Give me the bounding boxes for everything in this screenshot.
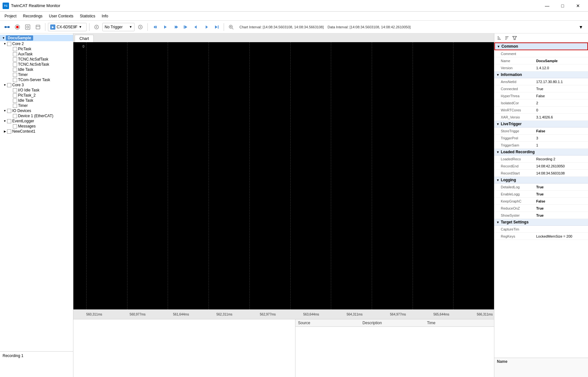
- io-devices-checkbox[interactable]: [7, 109, 11, 113]
- step-forward-button[interactable]: [202, 23, 211, 32]
- x-label-10: 566,311ms: [477, 313, 492, 316]
- section-information-header[interactable]: ▼ Information: [494, 71, 588, 78]
- play-button[interactable]: [161, 23, 170, 32]
- properties-container[interactable]: ▼ Common Comment Name DocuSample Version…: [494, 42, 588, 358]
- menu-recordings[interactable]: Recordings: [20, 13, 46, 20]
- prop-detailedlog-name: DetailedLog: [501, 185, 536, 189]
- section-livetrigger-header[interactable]: ▼ LiveTrigger: [494, 121, 588, 127]
- trigger-next-button[interactable]: [136, 23, 145, 32]
- plctask-label: PlcTask: [18, 47, 31, 51]
- menu-info[interactable]: Info: [98, 13, 111, 20]
- zoom-button[interactable]: [227, 23, 236, 32]
- menu-project[interactable]: Project: [1, 13, 20, 20]
- auxtask-checkbox[interactable]: [13, 52, 17, 56]
- prop-showsyster: ShowSyster True: [494, 212, 588, 219]
- prop-regkeys-value: LockedMemSize = 200: [536, 234, 586, 238]
- tree-root[interactable]: ▼ DocuSample: [0, 35, 73, 41]
- bottom-table-header: Source Description Time: [295, 319, 494, 327]
- core3-expand-icon[interactable]: ▼: [3, 83, 7, 87]
- tree-node-plctask2[interactable]: PlcTask_2: [0, 93, 73, 98]
- tree-node-auxtask[interactable]: AuxTask: [0, 52, 73, 57]
- dropdown-arrow-button[interactable]: ▼: [576, 23, 585, 32]
- plctask2-checkbox[interactable]: [13, 93, 17, 98]
- tree-node-tcnc-ncsaf[interactable]: TCNC.NcSafTask: [0, 57, 73, 62]
- tcnc-ncsvb-checkbox[interactable]: [13, 62, 17, 67]
- tree-node-plctask[interactable]: PlcTask: [0, 46, 73, 52]
- x-label-1: 560,311ms: [86, 313, 102, 316]
- tree-node-idle2[interactable]: Idle Task: [0, 98, 73, 103]
- section-logging-header[interactable]: ▼ Logging: [494, 177, 588, 184]
- tree-node-core2[interactable]: ▼ Core 2: [0, 41, 73, 46]
- close-button[interactable]: ✕: [571, 1, 585, 11]
- svg-line-23: [232, 28, 233, 29]
- chart-tab[interactable]: Chart: [75, 35, 94, 42]
- svg-marker-19: [206, 25, 208, 29]
- tree-node-timer1[interactable]: Timer: [0, 72, 73, 77]
- tree-node-device1[interactable]: Device 1 (EtherCAT): [0, 113, 73, 118]
- record-button[interactable]: [13, 23, 22, 32]
- trigger-prev-button[interactable]: [92, 23, 101, 32]
- core2-checkbox[interactable]: [7, 42, 11, 46]
- timer1-checkbox[interactable]: [13, 73, 17, 77]
- skip-start-button[interactable]: [181, 23, 190, 32]
- right-bottom-name-label: Name: [497, 359, 508, 364]
- eventlogger-checkbox[interactable]: [7, 119, 11, 123]
- io-idle-checkbox[interactable]: [13, 88, 17, 92]
- tcom-label: TCom-Server Task: [18, 78, 50, 82]
- play-prev-button[interactable]: [150, 23, 159, 32]
- step-back-button[interactable]: [191, 23, 201, 32]
- io-devices-label: IO Devices: [12, 108, 31, 113]
- device-selector[interactable]: ▶ CX-6D5E9F ▼: [48, 23, 87, 31]
- sort-asc-button[interactable]: [496, 34, 503, 42]
- core2-expand-icon[interactable]: ▼: [3, 42, 7, 46]
- idle2-checkbox[interactable]: [13, 99, 17, 103]
- tree-node-io-devices[interactable]: ▼ IO Devices: [0, 108, 73, 113]
- newcontext1-checkbox[interactable]: [7, 129, 11, 134]
- tree-node-messages[interactable]: Messages: [0, 124, 73, 129]
- prop-version: Version 1.4.12.0: [494, 64, 588, 71]
- tcom-checkbox[interactable]: [13, 78, 17, 82]
- section-common-header[interactable]: ▼ Common: [494, 42, 588, 50]
- menu-user-contexts[interactable]: User Contexts: [46, 13, 77, 20]
- connect-button[interactable]: [3, 23, 12, 32]
- idle1-checkbox[interactable]: [13, 68, 17, 72]
- sort-desc-button[interactable]: [503, 34, 510, 42]
- menu-statistics[interactable]: Statistics: [77, 13, 98, 20]
- prop-enablelogg: EnableLogg True: [494, 191, 588, 198]
- tree-node-tcom[interactable]: TCom-Server Task: [0, 77, 73, 82]
- plctask-checkbox[interactable]: [13, 47, 17, 51]
- tree-node-newcontext1[interactable]: ▶ NewContext1: [0, 129, 73, 134]
- grid-line-2: [127, 42, 127, 309]
- filter-button[interactable]: [511, 34, 518, 42]
- root-expand-icon[interactable]: ▼: [1, 36, 6, 40]
- save-button[interactable]: [23, 23, 32, 32]
- prop-winrtcores-value: 0: [536, 108, 586, 112]
- svg-marker-13: [164, 25, 167, 29]
- tree-node-eventlogger[interactable]: ▼ EventLogger: [0, 118, 73, 124]
- common-chevron-icon: ▼: [497, 45, 500, 48]
- timer2-checkbox[interactable]: [13, 104, 17, 108]
- skip-end-button[interactable]: [212, 23, 221, 32]
- tree-node-tcnc-ncsvb[interactable]: TCNC.NcSvbTask: [0, 62, 73, 67]
- maximize-button[interactable]: □: [555, 1, 570, 11]
- section-target-settings-header[interactable]: ▼ Target Settings: [494, 219, 588, 226]
- settings-button[interactable]: [33, 23, 42, 32]
- newcontext1-expand-icon[interactable]: ▶: [3, 129, 7, 134]
- core3-checkbox[interactable]: [7, 83, 11, 87]
- tree-node-timer2[interactable]: Timer: [0, 103, 73, 108]
- tcnc-ncsaf-checkbox[interactable]: [13, 57, 17, 61]
- tree-node-core3[interactable]: ▼ Core 3: [0, 82, 73, 88]
- trigger-selector[interactable]: No Trigger ▼: [102, 23, 135, 31]
- tree-node-idle1[interactable]: Idle Task: [0, 67, 73, 72]
- section-loaded-recording-header[interactable]: ▼ Loaded Recording: [494, 149, 588, 156]
- messages-checkbox[interactable]: [13, 124, 17, 128]
- tree-scroll[interactable]: ▼ DocuSample ▼ Core 2 PlcTask A: [0, 33, 73, 351]
- device1-checkbox[interactable]: [13, 114, 17, 118]
- minimize-button[interactable]: —: [540, 1, 555, 11]
- target-settings-chevron-icon: ▼: [496, 221, 499, 224]
- tree-node-io-idle[interactable]: I/O Idle Task: [0, 88, 73, 93]
- play-next-button[interactable]: [171, 23, 180, 32]
- io-devices-expand-icon[interactable]: ▼: [3, 108, 7, 113]
- prop-recordstart-value: 14:08:34.5603108: [536, 171, 586, 175]
- eventlogger-expand-icon[interactable]: ▼: [3, 119, 7, 123]
